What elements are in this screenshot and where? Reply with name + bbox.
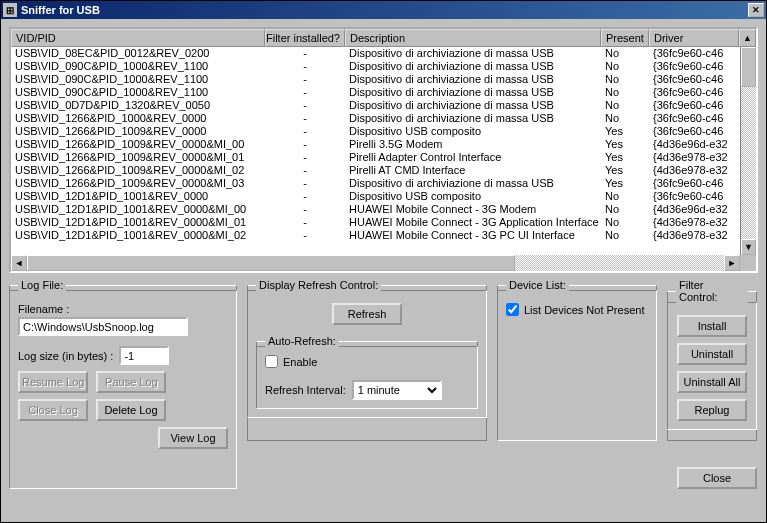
cell-vidpid: USB\VID_090C&PID_1000&REV_1100: [11, 73, 265, 86]
interval-select[interactable]: 1 minute: [352, 380, 442, 400]
cell-present: No: [601, 203, 649, 216]
logsize-input[interactable]: [119, 346, 169, 365]
table-body: USB\VID_08EC&PID_0012&REV_0200-Dispositi…: [11, 47, 756, 255]
cell-filter: -: [265, 112, 345, 125]
close-log-button[interactable]: Close Log: [18, 399, 88, 421]
cell-filter: -: [265, 177, 345, 190]
table-row[interactable]: USB\VID_1266&PID_1000&REV_0000-Dispositi…: [11, 112, 756, 125]
cell-present: Yes: [601, 177, 649, 190]
enable-label: Enable: [283, 356, 317, 368]
table-row[interactable]: USB\VID_12D1&PID_1001&REV_0000&MI_02-HUA…: [11, 229, 756, 242]
cell-description: HUAWEI Mobile Connect - 3G Application I…: [345, 216, 601, 229]
col-driver[interactable]: Driver: [649, 29, 739, 47]
cell-filter: -: [265, 138, 345, 151]
table-row[interactable]: USB\VID_12D1&PID_1001&REV_0000-Dispositi…: [11, 190, 756, 203]
vertical-scrollbar[interactable]: ▼: [740, 47, 756, 255]
cell-filter: -: [265, 125, 345, 138]
table-row[interactable]: USB\VID_1266&PID_1009&REV_0000&MI_00-Pir…: [11, 138, 756, 151]
cell-description: Dispositivo di archiviazione di massa US…: [345, 86, 601, 99]
table-row[interactable]: USB\VID_08EC&PID_0012&REV_0200-Dispositi…: [11, 47, 756, 60]
replug-button[interactable]: Replug: [677, 399, 747, 421]
table-row[interactable]: USB\VID_0D7D&PID_1320&REV_0050-Dispositi…: [11, 99, 756, 112]
table-row[interactable]: USB\VID_090C&PID_1000&REV_1100-Dispositi…: [11, 86, 756, 99]
scroll-up-button[interactable]: ▲: [739, 29, 756, 47]
table-row[interactable]: USB\VID_1266&PID_1009&REV_0000&MI_01-Pir…: [11, 151, 756, 164]
cell-present: Yes: [601, 125, 649, 138]
delete-log-button[interactable]: Delete Log: [96, 399, 166, 421]
cell-description: Dispositivo USB composito: [345, 190, 601, 203]
cell-driver: {36fc9e60-c46: [649, 60, 739, 73]
scroll-thumb[interactable]: [741, 47, 756, 87]
cell-description: Dispositivo USB composito: [345, 125, 601, 138]
bottom-panels: Log File: Filename : Log size (in bytes)…: [9, 279, 758, 489]
cell-vidpid: USB\VID_1266&PID_1009&REV_0000&MI_03: [11, 177, 265, 190]
list-not-present-label: List Devices Not Present: [524, 304, 644, 316]
close-icon[interactable]: ✕: [748, 3, 764, 17]
col-filter[interactable]: Filter installed?: [265, 29, 345, 47]
scroll-right-button[interactable]: ►: [724, 255, 740, 271]
titlebar[interactable]: ⊞ Sniffer for USB ✕: [1, 1, 766, 19]
cell-vidpid: USB\VID_1266&PID_1000&REV_0000: [11, 112, 265, 125]
scroll-track[interactable]: [741, 47, 756, 239]
cell-description: Dispositivo di archiviazione di massa US…: [345, 60, 601, 73]
close-button[interactable]: Close: [677, 467, 757, 489]
cell-driver: {36fc9e60-c46: [649, 73, 739, 86]
cell-filter: -: [265, 164, 345, 177]
cell-driver: {4d36e96d-e32: [649, 138, 739, 151]
col-description[interactable]: Description: [345, 29, 601, 47]
enable-checkbox-input[interactable]: [265, 355, 278, 368]
cell-present: No: [601, 190, 649, 203]
hscroll-track[interactable]: [27, 255, 724, 271]
table-row[interactable]: USB\VID_12D1&PID_1001&REV_0000&MI_01-HUA…: [11, 216, 756, 229]
enable-checkbox[interactable]: Enable: [265, 355, 469, 368]
cell-filter: -: [265, 47, 345, 60]
install-button[interactable]: Install: [677, 315, 747, 337]
app-icon: ⊞: [3, 3, 17, 17]
cell-vidpid: USB\VID_1266&PID_1009&REV_0000: [11, 125, 265, 138]
horizontal-scrollbar[interactable]: ◄ ►: [11, 255, 756, 271]
table-row[interactable]: USB\VID_090C&PID_1000&REV_1100-Dispositi…: [11, 73, 756, 86]
cell-filter: -: [265, 99, 345, 112]
table-row[interactable]: USB\VID_1266&PID_1009&REV_0000&MI_03-Dis…: [11, 177, 756, 190]
uninstall-all-button[interactable]: Uninstall All: [677, 371, 747, 393]
resume-log-button[interactable]: Resume Log: [18, 371, 88, 393]
filename-input[interactable]: [18, 317, 188, 336]
table-row[interactable]: USB\VID_090C&PID_1000&REV_1100-Dispositi…: [11, 60, 756, 73]
cell-description: Dispositivo di archiviazione di massa US…: [345, 47, 601, 60]
cell-driver: {36fc9e60-c46: [649, 112, 739, 125]
cell-driver: {36fc9e60-c46: [649, 190, 739, 203]
list-not-present-input[interactable]: [506, 303, 519, 316]
refresh-group: Display Refresh Control: Refresh Auto-Re…: [247, 279, 487, 441]
scroll-corner: [740, 255, 756, 271]
pause-log-button[interactable]: Pause Log: [96, 371, 166, 393]
table-row[interactable]: USB\VID_1266&PID_1009&REV_0000&MI_02-Pir…: [11, 164, 756, 177]
cell-filter: -: [265, 60, 345, 73]
cell-driver: {4d36e96d-e32: [649, 203, 739, 216]
col-vidpid[interactable]: VID/PID: [11, 29, 265, 47]
scroll-left-button[interactable]: ◄: [11, 255, 27, 271]
cell-present: Yes: [601, 164, 649, 177]
scroll-down-button[interactable]: ▼: [741, 239, 756, 255]
uninstall-button[interactable]: Uninstall: [677, 343, 747, 365]
device-list-legend: Device List:: [506, 279, 569, 291]
table-row[interactable]: USB\VID_1266&PID_1009&REV_0000-Dispositi…: [11, 125, 756, 138]
col-present[interactable]: Present: [601, 29, 649, 47]
cell-driver: {4d36e978-e32: [649, 216, 739, 229]
list-not-present-checkbox[interactable]: List Devices Not Present: [506, 303, 648, 316]
cell-filter: -: [265, 73, 345, 86]
cell-present: No: [601, 86, 649, 99]
table-row[interactable]: USB\VID_12D1&PID_1001&REV_0000&MI_00-HUA…: [11, 203, 756, 216]
cell-present: No: [601, 60, 649, 73]
cell-vidpid: USB\VID_08EC&PID_0012&REV_0200: [11, 47, 265, 60]
cell-filter: -: [265, 229, 345, 242]
refresh-button[interactable]: Refresh: [332, 303, 402, 325]
cell-present: No: [601, 47, 649, 60]
cell-driver: {36fc9e60-c46: [649, 177, 739, 190]
cell-present: Yes: [601, 138, 649, 151]
cell-vidpid: USB\VID_12D1&PID_1001&REV_0000&MI_02: [11, 229, 265, 242]
hscroll-thumb[interactable]: [27, 255, 515, 271]
logfile-legend: Log File:: [18, 279, 66, 291]
cell-driver: {36fc9e60-c46: [649, 47, 739, 60]
cell-filter: -: [265, 151, 345, 164]
view-log-button[interactable]: View Log: [158, 427, 228, 449]
